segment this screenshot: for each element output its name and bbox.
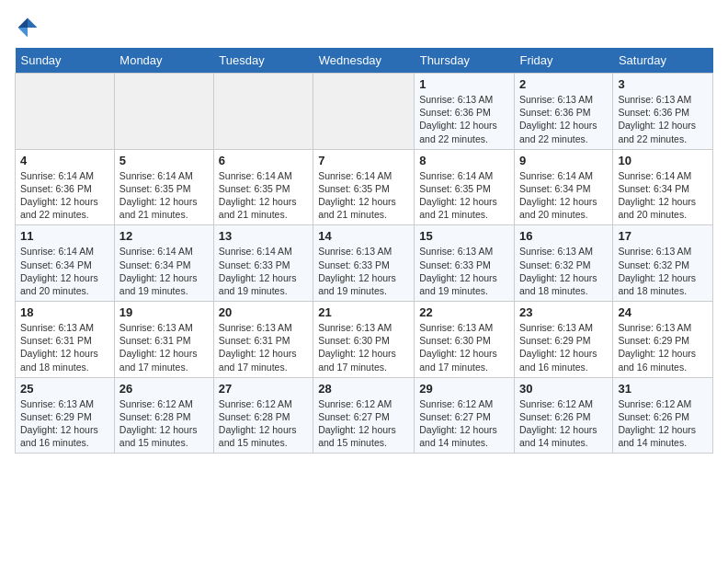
day-cell: 2Sunrise: 6:13 AM Sunset: 6:36 PM Daylig… — [514, 74, 612, 150]
logo-icon — [15, 15, 40, 40]
header-day-tuesday: Tuesday — [213, 48, 313, 74]
header-row: SundayMondayTuesdayWednesdayThursdayFrid… — [16, 48, 713, 74]
day-info: Sunrise: 6:12 AM Sunset: 6:28 PM Dayligh… — [119, 397, 209, 450]
day-cell: 23Sunrise: 6:13 AM Sunset: 6:29 PM Dayli… — [514, 302, 612, 378]
day-cell: 30Sunrise: 6:12 AM Sunset: 6:26 PM Dayli… — [514, 377, 612, 454]
day-number: 30 — [519, 382, 608, 396]
page-header — [15, 15, 713, 40]
day-number: 31 — [618, 382, 708, 396]
week-row-2: 11Sunrise: 6:14 AM Sunset: 6:34 PM Dayli… — [16, 225, 713, 302]
week-row-1: 4Sunrise: 6:14 AM Sunset: 6:36 PM Daylig… — [16, 149, 713, 225]
day-cell: 10Sunrise: 6:14 AM Sunset: 6:34 PM Dayli… — [613, 149, 713, 225]
day-cell: 21Sunrise: 6:13 AM Sunset: 6:30 PM Dayli… — [313, 302, 415, 378]
week-row-0: 1Sunrise: 6:13 AM Sunset: 6:36 PM Daylig… — [16, 74, 713, 150]
day-info: Sunrise: 6:12 AM Sunset: 6:26 PM Dayligh… — [519, 397, 608, 450]
day-info: Sunrise: 6:13 AM Sunset: 6:30 PM Dayligh… — [318, 321, 409, 373]
day-cell: 25Sunrise: 6:13 AM Sunset: 6:29 PM Dayli… — [16, 377, 115, 454]
day-info: Sunrise: 6:13 AM Sunset: 6:36 PM Dayligh… — [419, 93, 509, 145]
day-cell: 3Sunrise: 6:13 AM Sunset: 6:36 PM Daylig… — [613, 74, 713, 150]
calendar-table: SundayMondayTuesdayWednesdayThursdayFrid… — [15, 48, 713, 454]
day-info: Sunrise: 6:13 AM Sunset: 6:29 PM Dayligh… — [20, 397, 109, 450]
calendar-body: 1Sunrise: 6:13 AM Sunset: 6:36 PM Daylig… — [16, 74, 713, 454]
header-day-friday: Friday — [514, 48, 612, 74]
svg-marker-1 — [18, 18, 28, 29]
day-number: 13 — [219, 229, 308, 243]
day-number: 21 — [318, 305, 409, 319]
day-info: Sunrise: 6:13 AM Sunset: 6:31 PM Dayligh… — [119, 321, 209, 373]
day-cell: 15Sunrise: 6:13 AM Sunset: 6:33 PM Dayli… — [415, 225, 515, 302]
day-info: Sunrise: 6:12 AM Sunset: 6:27 PM Dayligh… — [419, 397, 509, 450]
day-number: 3 — [618, 77, 708, 91]
day-cell: 28Sunrise: 6:12 AM Sunset: 6:27 PM Dayli… — [313, 377, 415, 454]
day-number: 18 — [20, 305, 109, 319]
day-number: 7 — [318, 154, 409, 167]
day-info: Sunrise: 6:14 AM Sunset: 6:34 PM Dayligh… — [20, 245, 109, 297]
day-cell — [114, 74, 213, 150]
day-info: Sunrise: 6:13 AM Sunset: 6:29 PM Dayligh… — [618, 321, 708, 373]
day-info: Sunrise: 6:13 AM Sunset: 6:32 PM Dayligh… — [618, 245, 708, 297]
day-info: Sunrise: 6:13 AM Sunset: 6:36 PM Dayligh… — [618, 93, 708, 145]
day-info: Sunrise: 6:14 AM Sunset: 6:36 PM Dayligh… — [20, 169, 109, 222]
day-number: 9 — [519, 154, 608, 167]
day-cell — [213, 74, 313, 150]
day-info: Sunrise: 6:13 AM Sunset: 6:31 PM Dayligh… — [219, 321, 308, 373]
day-number: 17 — [618, 229, 708, 243]
day-info: Sunrise: 6:14 AM Sunset: 6:34 PM Dayligh… — [618, 169, 708, 222]
week-row-3: 18Sunrise: 6:13 AM Sunset: 6:31 PM Dayli… — [16, 302, 713, 378]
day-number: 27 — [219, 382, 308, 396]
day-number: 6 — [219, 154, 308, 167]
day-cell: 24Sunrise: 6:13 AM Sunset: 6:29 PM Dayli… — [613, 302, 713, 378]
svg-marker-0 — [28, 18, 38, 29]
day-info: Sunrise: 6:14 AM Sunset: 6:34 PM Dayligh… — [519, 169, 608, 222]
day-info: Sunrise: 6:13 AM Sunset: 6:33 PM Dayligh… — [318, 245, 409, 297]
day-info: Sunrise: 6:12 AM Sunset: 6:26 PM Dayligh… — [618, 397, 708, 450]
day-number: 12 — [119, 229, 209, 243]
day-cell: 9Sunrise: 6:14 AM Sunset: 6:34 PM Daylig… — [514, 149, 612, 225]
svg-marker-2 — [18, 28, 28, 38]
day-cell: 18Sunrise: 6:13 AM Sunset: 6:31 PM Dayli… — [16, 302, 115, 378]
day-cell: 14Sunrise: 6:13 AM Sunset: 6:33 PM Dayli… — [313, 225, 415, 302]
day-number: 5 — [119, 154, 209, 167]
day-cell: 6Sunrise: 6:14 AM Sunset: 6:35 PM Daylig… — [213, 149, 313, 225]
day-number: 24 — [618, 305, 708, 319]
day-number: 28 — [318, 382, 409, 396]
day-info: Sunrise: 6:13 AM Sunset: 6:29 PM Dayligh… — [519, 321, 608, 373]
day-info: Sunrise: 6:13 AM Sunset: 6:32 PM Dayligh… — [519, 245, 608, 297]
day-number: 15 — [419, 229, 509, 243]
day-info: Sunrise: 6:13 AM Sunset: 6:36 PM Dayligh… — [519, 93, 608, 145]
day-number: 25 — [20, 382, 109, 396]
day-cell: 27Sunrise: 6:12 AM Sunset: 6:28 PM Dayli… — [213, 377, 313, 454]
day-cell: 7Sunrise: 6:14 AM Sunset: 6:35 PM Daylig… — [313, 149, 415, 225]
header-day-saturday: Saturday — [613, 48, 713, 74]
day-info: Sunrise: 6:14 AM Sunset: 6:35 PM Dayligh… — [219, 169, 308, 222]
day-cell: 5Sunrise: 6:14 AM Sunset: 6:35 PM Daylig… — [114, 149, 213, 225]
day-cell: 1Sunrise: 6:13 AM Sunset: 6:36 PM Daylig… — [415, 74, 515, 150]
day-cell — [16, 74, 115, 150]
day-number: 23 — [519, 305, 608, 319]
day-number: 11 — [20, 229, 109, 243]
day-info: Sunrise: 6:14 AM Sunset: 6:35 PM Dayligh… — [419, 169, 509, 222]
day-info: Sunrise: 6:13 AM Sunset: 6:30 PM Dayligh… — [419, 321, 509, 373]
day-number: 26 — [119, 382, 209, 396]
day-cell: 22Sunrise: 6:13 AM Sunset: 6:30 PM Dayli… — [415, 302, 515, 378]
day-cell: 19Sunrise: 6:13 AM Sunset: 6:31 PM Dayli… — [114, 302, 213, 378]
day-info: Sunrise: 6:14 AM Sunset: 6:33 PM Dayligh… — [219, 245, 308, 297]
day-number: 22 — [419, 305, 509, 319]
day-cell: 16Sunrise: 6:13 AM Sunset: 6:32 PM Dayli… — [514, 225, 612, 302]
day-cell: 20Sunrise: 6:13 AM Sunset: 6:31 PM Dayli… — [213, 302, 313, 378]
day-info: Sunrise: 6:14 AM Sunset: 6:34 PM Dayligh… — [119, 245, 209, 297]
day-number: 16 — [519, 229, 608, 243]
day-number: 1 — [419, 77, 509, 91]
day-number: 8 — [419, 154, 509, 167]
logo — [15, 15, 44, 40]
day-info: Sunrise: 6:14 AM Sunset: 6:35 PM Dayligh… — [119, 169, 209, 222]
day-number: 29 — [419, 382, 509, 396]
header-day-wednesday: Wednesday — [313, 48, 415, 74]
header-day-monday: Monday — [114, 48, 213, 74]
day-info: Sunrise: 6:12 AM Sunset: 6:27 PM Dayligh… — [318, 397, 409, 450]
day-number: 2 — [519, 77, 608, 91]
week-row-4: 25Sunrise: 6:13 AM Sunset: 6:29 PM Dayli… — [16, 377, 713, 454]
day-cell: 12Sunrise: 6:14 AM Sunset: 6:34 PM Dayli… — [114, 225, 213, 302]
day-cell: 4Sunrise: 6:14 AM Sunset: 6:36 PM Daylig… — [16, 149, 115, 225]
day-info: Sunrise: 6:14 AM Sunset: 6:35 PM Dayligh… — [318, 169, 409, 222]
